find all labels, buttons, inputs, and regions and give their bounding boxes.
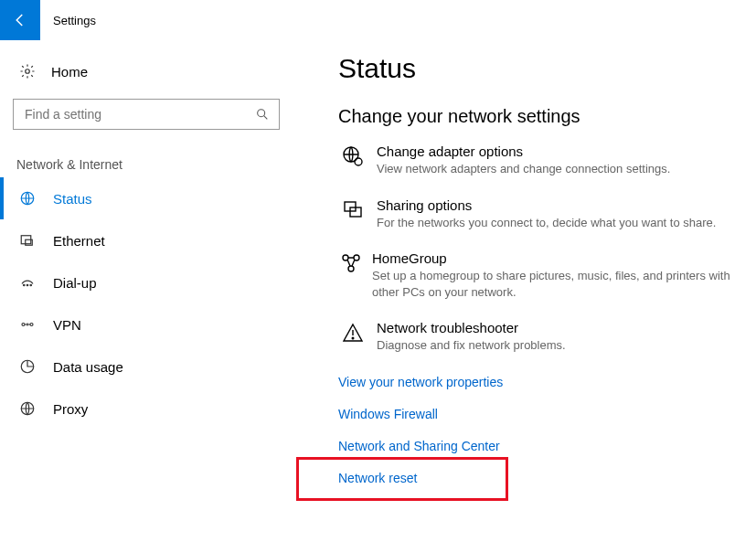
- sharing-icon: [338, 197, 367, 231]
- arrow-left-icon: [12, 12, 28, 28]
- svg-point-7: [27, 284, 28, 286]
- search-field[interactable]: [23, 106, 255, 122]
- proxy-icon: [16, 400, 38, 417]
- dialup-icon: [16, 274, 38, 291]
- link-view-network-properties[interactable]: View your network properties: [338, 375, 503, 389]
- vpn-icon: [16, 316, 38, 333]
- option-desc: For the networks you connect to, decide …: [377, 215, 716, 231]
- page-title: Status: [338, 53, 747, 84]
- svg-point-1: [258, 110, 265, 117]
- sidebar-item-label: Proxy: [38, 401, 88, 417]
- sidebar-item-label: Data usage: [38, 359, 123, 375]
- option-title: Network troubleshooter: [377, 320, 566, 335]
- troubleshoot-icon: [338, 320, 367, 354]
- svg-line-2: [264, 116, 268, 120]
- title-bar: Settings: [0, 0, 756, 40]
- search-icon: [255, 107, 270, 122]
- svg-point-14: [355, 158, 362, 165]
- sidebar-home[interactable]: Home: [0, 53, 293, 90]
- sidebar-item-vpn[interactable]: VPN: [0, 303, 293, 345]
- option-desc: View network adapters and change connect…: [377, 161, 670, 177]
- option-troubleshooter[interactable]: Network troubleshooter Diagnose and fix …: [338, 320, 747, 354]
- main-content: Status Change your network settings Chan…: [293, 40, 756, 502]
- option-title: Sharing options: [377, 197, 716, 213]
- svg-point-9: [22, 324, 25, 326]
- sidebar-item-status[interactable]: Status: [0, 177, 293, 219]
- sidebar: Home Network & Internet Status Ethernet: [0, 40, 293, 502]
- sidebar-item-label: VPN: [38, 317, 81, 333]
- sidebar-section-title: Network & Internet: [0, 130, 293, 177]
- option-desc: Set up a homegroup to share pictures, mu…: [372, 268, 747, 300]
- back-button[interactable]: [0, 0, 40, 40]
- data-usage-icon: [16, 358, 38, 375]
- option-desc: Diagnose and fix network problems.: [377, 337, 566, 354]
- svg-point-19: [348, 266, 354, 271]
- option-homegroup[interactable]: HomeGroup Set up a homegroup to share pi…: [338, 250, 747, 300]
- svg-point-21: [352, 337, 354, 339]
- sidebar-item-dialup[interactable]: Dial-up: [0, 261, 293, 303]
- sidebar-item-label: Dial-up: [38, 275, 97, 291]
- link-windows-firewall[interactable]: Windows Firewall: [338, 407, 438, 421]
- link-network-sharing-center[interactable]: Network and Sharing Center: [338, 439, 500, 453]
- link-network-reset[interactable]: Network reset: [338, 471, 417, 485]
- homegroup-icon: [338, 250, 363, 300]
- section-heading: Change your network settings: [338, 106, 747, 127]
- sidebar-home-label: Home: [38, 64, 88, 80]
- option-change-adapter[interactable]: Change adapter options View network adap…: [338, 143, 747, 177]
- globe-settings-icon: [338, 143, 367, 177]
- option-sharing[interactable]: Sharing options For the networks you con…: [338, 197, 747, 231]
- sidebar-item-ethernet[interactable]: Ethernet: [0, 219, 293, 261]
- svg-point-0: [26, 69, 30, 74]
- option-title: HomeGroup: [372, 250, 747, 266]
- links-section: View your network properties Windows Fir…: [338, 374, 747, 502]
- sidebar-item-label: Ethernet: [38, 233, 105, 249]
- status-icon: [16, 190, 38, 207]
- app-title: Settings: [40, 14, 96, 27]
- option-title: Change adapter options: [377, 143, 670, 159]
- ethernet-icon: [16, 232, 38, 249]
- sidebar-item-datausage[interactable]: Data usage: [0, 345, 293, 388]
- sidebar-item-proxy[interactable]: Proxy: [0, 388, 293, 430]
- svg-point-10: [30, 324, 33, 326]
- search-input[interactable]: [13, 99, 280, 130]
- svg-point-8: [30, 284, 32, 286]
- sidebar-item-label: Status: [38, 191, 92, 207]
- sidebar-nav: Status Ethernet Dial-up VPN: [0, 177, 293, 430]
- gear-icon: [16, 63, 38, 80]
- svg-point-6: [24, 284, 26, 286]
